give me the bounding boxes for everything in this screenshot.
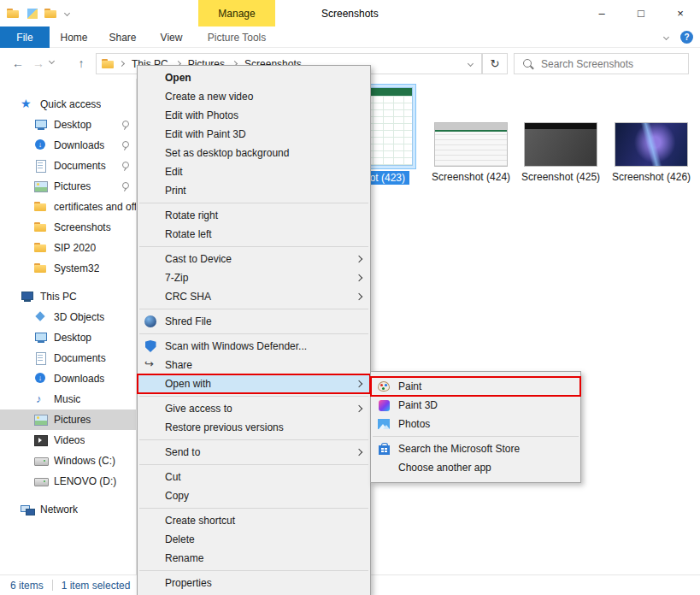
menu-item-edit-with-photos[interactable]: Edit with Photos (138, 106, 370, 125)
file-screenshot-426[interactable]: Screenshot (426) (612, 122, 691, 183)
forward-button[interactable]: → (29, 55, 48, 72)
menu-item-label: Print (165, 185, 363, 197)
back-button[interactable]: ← (9, 55, 27, 72)
sidebar-item-system32[interactable]: System32 (0, 258, 136, 279)
menu-item-label: Cast to Device (165, 253, 356, 265)
menu-item-rotate-right[interactable]: Rotate right (138, 206, 370, 225)
star-icon (21, 98, 34, 110)
sidebar-item-pictures-2[interactable]: Pictures (0, 409, 136, 430)
sidebar-item-label: Quick access (40, 98, 101, 110)
recent-locations-chevron-icon[interactable] (49, 58, 55, 64)
menu-item-properties[interactable]: Properties (138, 574, 370, 592)
menu-item-scan-with-windows-defender[interactable]: Scan with Windows Defender... (138, 337, 370, 356)
sidebar-item-label: Downloads (54, 139, 104, 151)
menu-item-print[interactable]: Print (138, 181, 370, 200)
menu-item-set-as-desktop-background[interactable]: Set as desktop background (138, 144, 370, 162)
sidebar-item-documents-2[interactable]: Documents (0, 348, 136, 368)
sidebar-item-label: Documents (54, 160, 106, 172)
maximize-button[interactable]: □ (621, 0, 661, 27)
menu-item-rotate-left[interactable]: Rotate left (138, 225, 370, 244)
refresh-button[interactable]: ↻ (482, 53, 508, 74)
menu-item-share[interactable]: Share (138, 356, 370, 374)
pin-icon (121, 162, 130, 170)
sidebar-item-downloads[interactable]: Downloads (0, 135, 136, 156)
menu-item-create-a-new-video[interactable]: Create a new video (138, 87, 370, 106)
menu-item-cast-to-device[interactable]: Cast to Device (138, 250, 370, 268)
menu-item-open[interactable]: Open (138, 68, 370, 87)
sidebar-item-pictures[interactable]: Pictures (0, 176, 136, 197)
tab-picture-tools[interactable]: Picture Tools (198, 27, 275, 48)
menu-item-give-access-to[interactable]: Give access to (138, 399, 370, 418)
tab-home[interactable]: Home (50, 27, 98, 48)
ribbon-collapse-chevron-icon[interactable] (663, 34, 669, 40)
sidebar-item-downloads-2[interactable]: Downloads (0, 368, 136, 389)
menu-item-shred-file[interactable]: Shred File (138, 312, 370, 331)
sidebar-item-certificates[interactable]: certificates and offi (0, 197, 136, 217)
sidebar-item-label: 3D Objects (54, 311, 104, 323)
sidebar-item-quick-access[interactable]: Quick access (0, 94, 136, 115)
sidebar-item-label: This PC (40, 291, 77, 303)
manage-contextual-tab[interactable]: Manage (198, 0, 275, 27)
menu-item-restore-previous-versions[interactable]: Restore previous versions (138, 418, 370, 437)
up-button[interactable]: ↑ (72, 55, 91, 72)
menu-item-open-with[interactable]: Open with (138, 374, 370, 393)
sidebar-item-lenovo-d[interactable]: LENOVO (D:) (0, 471, 136, 492)
address-dropdown-chevron-icon[interactable] (468, 61, 474, 67)
tab-file[interactable]: File (0, 27, 50, 48)
breadcrumb-chevron-icon[interactable] (119, 61, 125, 67)
sidebar-item-desktop-2[interactable]: Desktop (0, 327, 136, 348)
menu-item-send-to[interactable]: Send to (138, 443, 370, 462)
submenu-item-photos[interactable]: Photos (371, 415, 580, 433)
menu-item-rename[interactable]: Rename (138, 549, 370, 568)
submenu-item-paint-3d[interactable]: Paint 3D (371, 396, 580, 415)
photos-icon (378, 419, 390, 429)
menu-item-7-zip[interactable]: 7-Zip (138, 268, 370, 287)
close-button[interactable]: × (661, 0, 700, 27)
sidebar-item-videos[interactable]: Videos (0, 430, 136, 451)
selection-count: 1 item selected (62, 580, 131, 592)
menu-item-edit[interactable]: Edit (138, 162, 370, 181)
sidebar-item-screenshots[interactable]: Screenshots (0, 217, 136, 238)
menu-item-create-shortcut[interactable]: Create shortcut (138, 511, 370, 530)
tab-share[interactable]: Share (98, 27, 147, 48)
sidebar-tree: Quick accessDesktopDownloadsDocumentsPic… (0, 79, 137, 574)
menu-separator (139, 508, 368, 509)
file-screenshot-425[interactable]: Screenshot (425) (521, 122, 600, 183)
menu-item-edit-with-paint-3d[interactable]: Edit with Paint 3D (138, 125, 370, 144)
shred-icon (144, 315, 156, 327)
submenu-arrow-icon (356, 449, 362, 456)
menu-separator (139, 396, 368, 397)
menu-item-label: Edit with Photos (165, 109, 363, 121)
desktop-icon (34, 332, 48, 344)
menu-item-label: Send to (165, 446, 356, 458)
paint-icon (378, 381, 390, 392)
picture-file-icon (27, 9, 38, 19)
tab-view[interactable]: View (147, 27, 196, 48)
menu-separator (139, 246, 368, 247)
help-icon[interactable]: ? (680, 31, 693, 44)
sidebar-item-documents[interactable]: Documents (0, 156, 136, 176)
sidebar-item-network[interactable]: Network (0, 499, 136, 520)
submenu-item-search-the-microsoft-store[interactable]: Search the Microsoft Store (371, 439, 580, 458)
sidebar-item-sip-2020[interactable]: SIP 2020 (0, 238, 136, 258)
file-screenshot-424[interactable]: Screenshot (424) (432, 122, 510, 183)
sidebar-item-3d-objects[interactable]: 3D Objects (0, 307, 136, 327)
sidebar-item-label: Music (54, 393, 80, 405)
sidebar-item-desktop[interactable]: Desktop (0, 115, 136, 135)
minimize-button[interactable]: – (582, 0, 621, 27)
sidebar-item-music[interactable]: Music (0, 389, 136, 409)
menu-item-delete[interactable]: Delete (138, 530, 370, 549)
search-input[interactable]: Search Screenshots (514, 53, 689, 74)
menu-item-label: Open (165, 72, 363, 84)
menu-item-crc-sha[interactable]: CRC SHA (138, 287, 370, 306)
qat-customize-chevron-icon[interactable] (64, 10, 70, 16)
submenu-item-choose-another-app[interactable]: Choose another app (371, 458, 580, 477)
menu-item-cut[interactable]: Cut (138, 468, 370, 486)
downloads-icon (34, 139, 48, 151)
menu-item-copy[interactable]: Copy (138, 486, 370, 505)
submenu-item-paint[interactable]: Paint (371, 377, 580, 396)
sidebar-item-this-pc[interactable]: This PC (0, 286, 136, 307)
sidebar-item-label: Desktop (54, 119, 91, 131)
sidebar-item-windows-c[interactable]: Windows (C:) (0, 451, 136, 471)
file-label: Screenshot (425) (521, 171, 600, 183)
